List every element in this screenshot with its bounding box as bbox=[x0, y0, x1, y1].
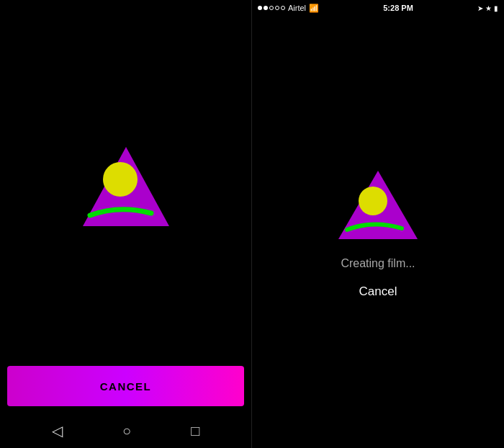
battery-icon: ▮ bbox=[494, 4, 498, 12]
android-nav-bar: ◁ ○ □ bbox=[0, 413, 251, 448]
status-time: 5:28 PM bbox=[383, 4, 413, 12]
signal-dot-4 bbox=[275, 6, 279, 10]
signal-dot-3 bbox=[269, 6, 274, 10]
svg-point-1 bbox=[103, 162, 138, 197]
back-nav-icon[interactable]: ◁ bbox=[52, 422, 63, 439]
wifi-icon: 📶 bbox=[309, 4, 319, 13]
ios-status-bar: Airtel 📶 5:28 PM ➤ ★ ▮ bbox=[252, 0, 504, 14]
carrier-label: Airtel bbox=[288, 4, 306, 12]
signal-dots bbox=[258, 6, 285, 10]
android-cancel-button[interactable]: CANCEL bbox=[7, 366, 244, 406]
status-icons: ➤ ★ ▮ bbox=[477, 4, 498, 12]
signal-dot-1 bbox=[258, 6, 262, 10]
android-logo-area bbox=[68, 0, 184, 366]
location-icon: ➤ bbox=[477, 4, 483, 12]
signal-dot-2 bbox=[264, 6, 268, 10]
android-bottom-area: CANCEL bbox=[0, 366, 251, 413]
ios-cancel-button[interactable]: Cancel bbox=[359, 285, 397, 299]
ios-screen: Airtel 📶 5:28 PM ➤ ★ ▮ Creating film... … bbox=[252, 0, 504, 448]
app-logo-right bbox=[331, 163, 425, 243]
signal-dot-5 bbox=[281, 6, 285, 10]
svg-point-3 bbox=[359, 187, 387, 215]
android-screen: CANCEL ◁ ○ □ bbox=[0, 0, 252, 448]
ios-main-content: Creating film... Cancel bbox=[331, 14, 425, 448]
creating-film-text: Creating film... bbox=[341, 257, 415, 270]
status-signal: Airtel 📶 bbox=[258, 4, 319, 13]
recent-nav-icon[interactable]: □ bbox=[191, 423, 199, 439]
bluetooth-icon: ★ bbox=[485, 4, 492, 12]
app-logo-left bbox=[68, 133, 184, 233]
home-nav-icon[interactable]: ○ bbox=[122, 423, 131, 439]
